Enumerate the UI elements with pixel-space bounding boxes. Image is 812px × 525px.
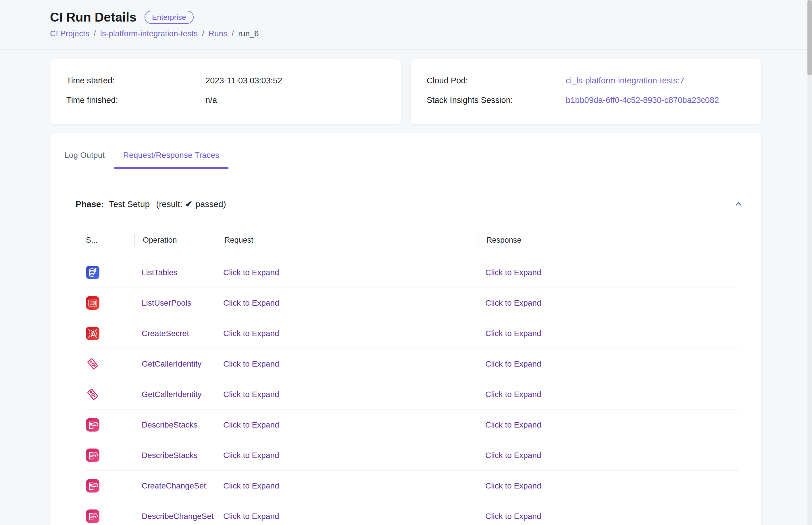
request-expand-link[interactable]: Click to Expand xyxy=(223,481,279,490)
response-expand-link[interactable]: Click to Expand xyxy=(485,390,541,399)
stack-insights-session-link[interactable]: b1bb09da-6ff0-4c52-8930-c870ba23c082 xyxy=(566,94,719,106)
table-row: CreateSecret Click to Expand Click to Ex… xyxy=(85,318,739,349)
cloud-pod-link[interactable]: ci_ls-platform-integration-tests:7 xyxy=(566,75,684,86)
cloudformation-icon xyxy=(86,418,99,432)
breadcrumb-separator: / xyxy=(94,29,96,39)
pod-session-card: Cloud Pod: ci_ls-platform-integration-te… xyxy=(410,59,762,124)
operation-link[interactable]: DescribeChangeSet xyxy=(142,512,214,521)
time-started-value: 2023-11-03 03:03:52 xyxy=(205,75,282,86)
request-expand-link[interactable]: Click to Expand xyxy=(223,420,279,429)
phase-label: Phase: xyxy=(76,199,104,209)
request-expand-link[interactable]: Click to Expand xyxy=(223,390,279,399)
cloudformation-icon xyxy=(86,509,99,523)
page-scrollbar-thumb[interactable] xyxy=(808,0,812,75)
operation-link[interactable]: DescribeStacks xyxy=(142,451,198,460)
chevron-up-icon xyxy=(734,199,743,209)
breadcrumb-separator: / xyxy=(232,29,234,39)
phase-result-suffix: passed) xyxy=(196,199,226,209)
summary-cards: Time started: 2023-11-03 03:03:52 Time f… xyxy=(50,59,762,124)
dynamodb-icon xyxy=(86,266,99,279)
table-row: ListUserPools Click to Expand Click to E… xyxy=(85,288,739,318)
breadcrumb-runs[interactable]: Runs xyxy=(208,29,227,39)
operation-link[interactable]: CreateChangeSet xyxy=(142,481,206,490)
phase-name: Test Setup xyxy=(109,199,150,209)
table-row: DescribeChangeSet Click to Expand Click … xyxy=(85,501,739,525)
time-finished-label: Time finished: xyxy=(66,94,205,106)
page-title: CI Run Details xyxy=(50,10,137,25)
table-row: DescribeStacks Click to Expand Click to … xyxy=(85,440,739,471)
response-expand-link[interactable]: Click to Expand xyxy=(485,420,541,429)
response-expand-link[interactable]: Click to Expand xyxy=(485,481,541,490)
secretsmanager-icon xyxy=(86,327,99,340)
stack-insights-label: Stack Insights Session: xyxy=(427,94,566,106)
operation-link[interactable]: ListUserPools xyxy=(142,298,191,308)
response-expand-link[interactable]: Click to Expand xyxy=(485,512,541,521)
table-row: GetCallerIdentity Click to Expand Click … xyxy=(85,349,739,379)
phase-result: (result: ✔ passed) xyxy=(156,199,226,209)
phase-title: Phase: Test Setup (result: ✔ passed) xyxy=(76,199,226,209)
request-expand-link[interactable]: Click to Expand xyxy=(223,298,279,308)
time-finished-row: Time finished: n/a xyxy=(66,94,385,106)
response-expand-link[interactable]: Click to Expand xyxy=(485,298,541,308)
operation-link[interactable]: DescribeStacks xyxy=(142,420,198,429)
response-expand-link[interactable]: Click to Expand xyxy=(485,329,541,338)
table-row: GetCallerIdentity Click to Expand Click … xyxy=(85,379,739,410)
column-header-response: Response xyxy=(479,223,739,257)
breadcrumb-current-run: run_6 xyxy=(238,29,259,39)
tab-request-response-traces[interactable]: Request/Response Traces xyxy=(114,141,229,169)
operation-link[interactable]: ListTables xyxy=(142,268,177,277)
column-header-operation: Operation xyxy=(135,223,216,257)
traces-card: Log Output Request/Response Traces Phase… xyxy=(50,132,762,525)
request-expand-link[interactable]: Click to Expand xyxy=(223,359,279,368)
cloud-pod-row: Cloud Pod: ci_ls-platform-integration-te… xyxy=(427,75,745,86)
cognito-icon xyxy=(86,296,99,310)
response-expand-link[interactable]: Click to Expand xyxy=(485,268,541,277)
operation-link[interactable]: GetCallerIdentity xyxy=(142,390,202,399)
column-header-request: Request xyxy=(216,223,479,257)
phase-collapse-button[interactable] xyxy=(732,198,745,210)
tab-bar: Log Output Request/Response Traces xyxy=(50,141,761,169)
enterprise-badge-label: Enterprise xyxy=(152,13,186,22)
cloudformation-icon xyxy=(86,479,99,493)
table-row: ListTables Click to Expand Click to Expa… xyxy=(85,257,739,288)
response-expand-link[interactable]: Click to Expand xyxy=(485,359,541,368)
request-expand-link[interactable]: Click to Expand xyxy=(223,329,279,338)
check-icon: ✔ xyxy=(185,199,192,209)
trace-table-header: S... Operation Request Response xyxy=(85,223,739,257)
table-row: CreateChangeSet Click to Expand Click to… xyxy=(85,471,739,501)
operation-link[interactable]: CreateSecret xyxy=(142,329,189,338)
phase-result-prefix: (result: xyxy=(156,199,183,209)
column-header-service: S... xyxy=(85,223,135,257)
run-times-card: Time started: 2023-11-03 03:03:52 Time f… xyxy=(50,59,401,124)
request-expand-link[interactable]: Click to Expand xyxy=(223,268,279,277)
breadcrumb: CI Projects / ls-platform-integration-te… xyxy=(50,29,762,39)
request-expand-link[interactable]: Click to Expand xyxy=(223,451,279,460)
response-expand-link[interactable]: Click to Expand xyxy=(485,451,541,460)
cloud-pod-label: Cloud Pod: xyxy=(427,75,566,86)
sts-icon xyxy=(86,357,99,371)
request-expand-link[interactable]: Click to Expand xyxy=(223,512,279,521)
sts-icon xyxy=(86,388,99,401)
cloudformation-icon xyxy=(86,449,99,462)
time-started-row: Time started: 2023-11-03 03:03:52 xyxy=(66,75,385,86)
breadcrumb-ci-projects[interactable]: CI Projects xyxy=(50,29,89,39)
time-finished-value: n/a xyxy=(205,94,217,106)
tab-log-output[interactable]: Log Output xyxy=(55,141,114,169)
time-started-label: Time started: xyxy=(66,75,205,86)
page-scrollbar-track xyxy=(808,0,812,525)
trace-table-body: ListTables Click to Expand Click to Expa… xyxy=(85,257,739,525)
table-row: DescribeStacks Click to Expand Click to … xyxy=(85,410,739,440)
stack-insights-row: Stack Insights Session: b1bb09da-6ff0-4c… xyxy=(427,94,745,106)
breadcrumb-separator: / xyxy=(202,29,204,39)
enterprise-badge: Enterprise xyxy=(144,11,194,24)
operation-link[interactable]: GetCallerIdentity xyxy=(142,359,202,368)
breadcrumb-project[interactable]: ls-platform-integration-tests xyxy=(100,29,198,39)
trace-table: S... Operation Request Response ListTabl… xyxy=(85,223,739,525)
page-header: CI Run Details Enterprise CI Projects / … xyxy=(0,0,812,50)
phase-header: Phase: Test Setup (result: ✔ passed) xyxy=(76,197,745,210)
